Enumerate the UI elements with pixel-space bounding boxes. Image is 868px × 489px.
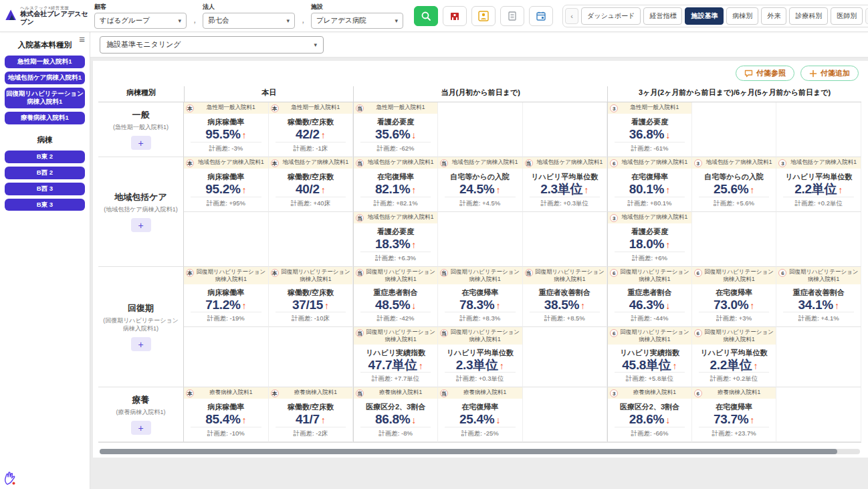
metric-card[interactable]: 3急性期一般入院料1看護必要度36.8%↓計画差: -61% xyxy=(607,102,692,157)
metric-card[interactable]: 3地域包括ケア病棟入院料1リハビリ平均単位数2.2単位↑計画差: +0.2単位 xyxy=(776,157,861,212)
customer-select[interactable]: すばるグループ▾ xyxy=(94,13,187,29)
sidebar-item[interactable]: B西 2 xyxy=(5,167,85,179)
plan-diff: 計画差: +82.1% xyxy=(360,197,431,211)
trend-down-icon: ↓ xyxy=(411,130,416,140)
plan-diff: 計画差: +0.2単位 xyxy=(699,372,770,387)
sidebar-item[interactable]: 療養病棟入院料1 xyxy=(5,112,85,124)
add-metric-button[interactable]: + xyxy=(131,218,151,232)
metric-card[interactable]: 当回復期リハビリテーション病棟入院料1在宅復帰率78.3%↑計画差: +8.3% xyxy=(438,267,523,327)
facility-select[interactable]: プレアデス病院▾ xyxy=(311,13,403,29)
metric-card[interactable]: 当回復期リハビリテーション病棟入院料1重症者改善割合38.5%↑計画差: +8.… xyxy=(523,267,608,327)
empty-cell xyxy=(523,102,608,157)
metric-card[interactable]: 6回復期リハビリテーション病棟入院料1リハビリ実績指数45.8単位↑計画差: +… xyxy=(607,327,692,387)
plan-diff: 計画差: -66% xyxy=(615,427,685,442)
metric-card[interactable]: 6回復期リハビリテーション病棟入院料1在宅復帰率73.0%↑計画差: +3% xyxy=(692,267,777,327)
empty-cell xyxy=(523,212,608,267)
period-badge: 6 xyxy=(610,159,618,167)
add-metric-button[interactable]: + xyxy=(131,421,151,435)
tab-医師別[interactable]: 医師別 xyxy=(831,7,863,25)
sidebar-item[interactable]: 回復期リハビリテーション病棟入院料1 xyxy=(5,88,85,109)
menu-icon[interactable]: ≡ xyxy=(79,33,85,45)
value-row: 45.8単位↑ xyxy=(608,359,691,372)
metric-value: 78.3% xyxy=(459,298,494,312)
add-metric-button[interactable]: + xyxy=(131,136,151,150)
metric-card[interactable]: 3地域包括ケア病棟入院料1自宅等からの入院25.6%↑計画差: +5.6% xyxy=(692,157,777,212)
metric-card[interactable]: 3地域包括ケア病棟入院料1看護必要度18.0%↑計画差: +6% xyxy=(607,212,692,267)
metric-card[interactable]: 当回復期リハビリテーション病棟入院料1重症患者割合48.5%↓計画差: -42% xyxy=(353,267,438,327)
metric-value: 37/15 xyxy=(292,298,323,312)
metric-card[interactable]: 本回復期リハビリテーション病棟入院料1稼働数/空床数37/15↑計画差: -10… xyxy=(269,267,354,327)
metric-card[interactable]: 本急性期一般入院料1稼働数/空床数42/2↑計画差: -1床 xyxy=(269,102,354,157)
nav-next-button[interactable]: › xyxy=(865,8,868,24)
sidebar-item[interactable]: B東 2 xyxy=(5,151,85,163)
sticky-ref-button[interactable]: 付箋参照 xyxy=(736,66,794,81)
trend-up-icon: ↑ xyxy=(665,185,670,195)
metric-card[interactable]: 当地域包括ケア病棟入院料1自宅等からの入院24.5%↑計画差: +4.5% xyxy=(438,157,523,212)
nav-prev-button[interactable]: ‹ xyxy=(565,8,578,24)
tab-外来[interactable]: 外来 xyxy=(761,7,786,25)
search-button[interactable] xyxy=(414,6,438,26)
metric-card[interactable]: 当療養病棟入院料1医療区分2、3割合86.8%↓計画差: -8% xyxy=(353,387,438,442)
metric-card[interactable]: 3療養病棟入院料1医療区分2、3割合28.6%↓計画差: -66% xyxy=(607,387,692,442)
trend-up-icon: ↑ xyxy=(500,361,504,371)
metric-card[interactable]: 当回復期リハビリテーション病棟入院料1リハビリ平均単位数2.3単位↑計画差: +… xyxy=(438,327,523,387)
scrollbar-thumb[interactable] xyxy=(100,449,837,454)
sticky-ref-label: 付箋参照 xyxy=(756,68,786,78)
metric-card[interactable]: 6地域包括ケア病棟入院料1在宅復帰率80.1%↑計画差: +80.1% xyxy=(607,157,692,212)
corporation-select[interactable]: 昴七会▾ xyxy=(203,13,295,29)
period-badge: 6 xyxy=(610,329,618,337)
metric-card[interactable]: 6療養病棟入院料1在宅復帰率73.7%↑計画差: +23.7% xyxy=(692,387,777,442)
tab-ダッシュボード[interactable]: ダッシュボード xyxy=(581,7,641,25)
metric-card[interactable]: 当地域包括ケア病棟入院料1看護必要度18.3%↑計画差: +6.3% xyxy=(353,212,438,267)
empty-cell xyxy=(184,212,269,267)
metric-card[interactable]: 本地域包括ケア病棟入院料1稼働数/空床数40/2↑計画差: +40床 xyxy=(269,157,354,212)
metric-card[interactable]: 当療養病棟入院料1在宅復帰率25.4%↓計画差: -25% xyxy=(438,387,523,442)
metric-card[interactable]: 6回復期リハビリテーション病棟入院料1重症者改善割合34.1%↑計画差: +4.… xyxy=(776,267,861,327)
chevron-down-icon: ▾ xyxy=(314,41,317,48)
metric-card[interactable]: 本回復期リハビリテーション病棟入院料1病床稼働率71.2%↑計画差: -19% xyxy=(184,267,269,327)
metric-card[interactable]: 当地域包括ケア病棟入院料1リハビリ平均単位数2.3単位↑計画差: +0.3単位 xyxy=(523,157,608,212)
tab-施設基準[interactable]: 施設基準 xyxy=(685,7,724,25)
empty-cell xyxy=(776,327,861,387)
tab-病棟別[interactable]: 病棟別 xyxy=(726,7,758,25)
horizontal-scrollbar[interactable] xyxy=(100,449,860,454)
search-icon xyxy=(421,11,431,21)
metric-card[interactable]: 当急性期一般入院料1看護必要度35.6%↓計画差: -62% xyxy=(353,102,438,157)
calendar-button[interactable] xyxy=(529,6,553,26)
metric-name: 病床稼働率 xyxy=(184,402,268,412)
metric-card[interactable]: 本地域包括ケア病棟入院料1病床稼働率95.2%↑計画差: +95% xyxy=(184,157,269,212)
plan-diff: 計画差: +8.3% xyxy=(445,312,516,326)
plan-name: 療養病棟入院料1 xyxy=(450,389,520,396)
sidebar-item[interactable]: B西 3 xyxy=(5,183,85,195)
metric-card[interactable]: 6回復期リハビリテーション病棟入院料1リハビリ平均単位数2.2単位↑計画差: +… xyxy=(692,327,777,387)
trend-up-icon: ↑ xyxy=(242,415,247,425)
document-button[interactable] xyxy=(500,6,524,26)
plan-diff: 計画差: -44% xyxy=(615,312,685,326)
value-row: 2.2単位↑ xyxy=(776,183,861,196)
view-select[interactable]: 施設基準モニタリング ▾ xyxy=(100,36,324,54)
chevron-down-icon: ▾ xyxy=(286,17,290,24)
metric-card[interactable]: 本療養病棟入院料1病床稼働率85.4%↑計画差: -10% xyxy=(184,387,269,442)
metric-card[interactable]: 本急性期一般入院料1病床稼働率95.5%↑計画差: -3% xyxy=(184,102,269,157)
metric-card[interactable]: 当地域包括ケア病棟入院料1在宅復帰率82.1%↑計画差: +82.1% xyxy=(353,157,438,212)
metric-card[interactable]: 6回復期リハビリテーション病棟入院料1重症患者割合46.3%↓計画差: -44% xyxy=(607,267,692,327)
metric-card[interactable]: 本療養病棟入院料1稼働数/空床数41/7↑計画差: -2床 xyxy=(269,387,354,442)
sidebar-item[interactable]: B東 3 xyxy=(5,199,85,211)
plan-strip: 本回復期リハビリテーション病棟入院料1 xyxy=(269,267,353,284)
plan-diff: 計画差: +6% xyxy=(615,252,685,266)
tab-診療科別[interactable]: 診療科別 xyxy=(789,7,828,25)
plan-name: 回復期リハビリテーション病棟入院料1 xyxy=(450,268,520,283)
value-row: 41/7↑ xyxy=(269,413,353,426)
tab-経営指標[interactable]: 経営指標 xyxy=(643,7,682,25)
person-button[interactable] xyxy=(471,6,496,26)
sidebar-item[interactable]: 地域包括ケア病棟入院料1 xyxy=(5,72,85,84)
add-metric-button[interactable]: + xyxy=(131,337,151,351)
sidebar-item[interactable]: 急性期一般入院料1 xyxy=(5,56,85,68)
metric-card[interactable]: 当回復期リハビリテーション病棟入院料1リハビリ実績指数47.7単位↑計画差: +… xyxy=(353,327,438,387)
plan-diff: 計画差: -42% xyxy=(360,312,431,326)
hospital-button[interactable] xyxy=(443,6,467,26)
metric-value: 2.3単位 xyxy=(456,358,498,372)
sticky-add-button[interactable]: 付箋追加 xyxy=(800,66,859,81)
period-badge: 当 xyxy=(356,269,364,277)
icon-toolbar xyxy=(414,6,553,26)
